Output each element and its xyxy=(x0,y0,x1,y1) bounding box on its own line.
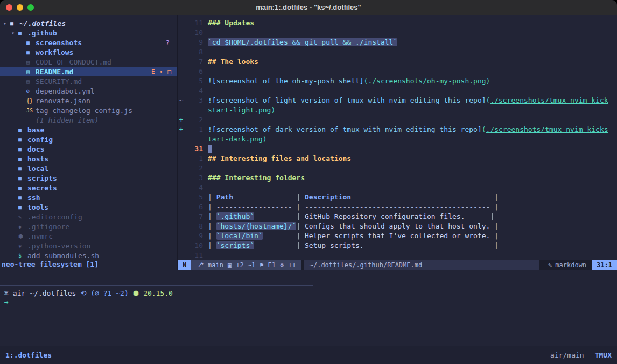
tree-item-tag-changelog-config[interactable]: JStag-changelog-config.js xyxy=(0,105,177,115)
editor-line[interactable]: 10 xyxy=(178,28,617,38)
tree-item-github[interactable]: ▾■.github xyxy=(0,28,177,38)
diagnostic-icon: ⚑ xyxy=(260,260,263,270)
editor-line[interactable]: +1![screenshot of dark version of tmux w… xyxy=(178,125,617,134)
tree-item-label: .nvmrc xyxy=(27,232,53,240)
line-number: 8 xyxy=(185,47,203,57)
line-number: 10 xyxy=(185,28,203,38)
editor-line[interactable]: 31 xyxy=(178,144,617,154)
file-icon: ▤ xyxy=(26,78,36,84)
tmux-pane-divider[interactable] xyxy=(0,285,313,286)
editor-line[interactable]: 3### Interesting folders xyxy=(178,173,617,183)
tree-item-nvmrc[interactable]: ⬢.nvmrc xyxy=(0,231,177,241)
editor-line[interactable]: 1## Interesting files and locations xyxy=(178,154,617,163)
line-text: `cd $HOME/.dotfiles && git pull && ./ins… xyxy=(208,38,397,47)
editor-line[interactable]: 11 xyxy=(178,251,617,260)
tree-item-label: secrets xyxy=(27,184,57,192)
prompt-arrow[interactable]: → xyxy=(0,298,617,308)
editor-line[interactable]: 7## The looks xyxy=(178,57,617,67)
tree-item-secrets[interactable]: ■secrets xyxy=(0,183,177,192)
text-segment: tart-dark.png xyxy=(208,135,263,143)
shell-pane[interactable]: ⌘ air ~/.dotfiles ⟲ (⌀ ?1 ~2) ⬢ 20.15.0 … xyxy=(0,270,617,346)
text-segment: | xyxy=(494,222,499,230)
text-segment: start-light.png xyxy=(208,106,271,114)
tmux-session-name: air/main xyxy=(550,351,584,359)
gutter-sign: ~ xyxy=(178,96,185,105)
editor-line[interactable]: 6| ------------------ | ----------------… xyxy=(178,202,617,212)
zoom-window-button[interactable] xyxy=(27,4,34,11)
text-segment: ![screenshot of the oh-my-posh shell] xyxy=(208,77,364,85)
editor-line[interactable]: 4 xyxy=(178,86,617,96)
tree-item-scripts[interactable]: ■scripts xyxy=(0,173,177,183)
titlebar[interactable]: main:1:.dotfiles - "ks~/.dotfiles" xyxy=(0,0,617,15)
editor-line[interactable]: 9| `local/bin` | Helper scripts that I'v… xyxy=(178,231,617,241)
editor-line[interactable]: 9`cd $HOME/.dotfiles && git pull && ./in… xyxy=(178,38,617,47)
gutter-sign xyxy=(178,57,185,67)
tree-item-hosts[interactable]: ■hosts xyxy=(0,154,177,163)
editor-line[interactable]: +2 xyxy=(178,115,617,125)
text-segment: | xyxy=(208,222,216,230)
tree-item-readme[interactable]: ▤README.mdE • □ xyxy=(0,67,177,76)
editor-line[interactable]: 7| `.github` | GitHub Repository configu… xyxy=(178,212,617,222)
editor-line[interactable]: tart-dark.png) xyxy=(178,134,617,144)
tree-item-hidden-items[interactable]: (1 hidden item) xyxy=(0,115,177,125)
text-segment: `hosts/{hostname}/` xyxy=(216,222,297,230)
git-icon: ⟲ xyxy=(80,289,86,297)
tree-item-gitignore[interactable]: ◆.gitignore xyxy=(0,222,177,231)
text-segment: ## Interesting files and locations xyxy=(208,154,351,162)
editor-line[interactable]: ~3![screenshot of light version of tmux … xyxy=(178,96,617,105)
minimize-window-button[interactable] xyxy=(17,4,23,11)
tree-item-security[interactable]: ▤SECURITY.md xyxy=(0,76,177,86)
gutter-sign xyxy=(178,105,185,115)
extra-flags: ++ xyxy=(288,260,296,270)
statusline: N ⎇ main ▣ +2 ~1 ⚑ E1 ⚙ ++ ~/.dotfiles/.… xyxy=(178,260,617,270)
tree-item-label: tools xyxy=(27,203,48,211)
line-number: 1 xyxy=(185,125,203,134)
tree-item-label: add-submodules.sh xyxy=(27,252,99,260)
text-segment xyxy=(254,241,296,249)
branch-icon: ⎇ xyxy=(196,260,204,270)
tree-item-config[interactable]: ■config xyxy=(0,134,177,144)
tmux-window-tab[interactable]: 1:.dotfiles xyxy=(5,351,52,359)
tree-item-workflows[interactable]: ■workflows xyxy=(0,47,177,57)
editor-line[interactable]: 11### Updates xyxy=(178,18,617,28)
tree-item-dependabot[interactable]: ⚙dependabot.yml xyxy=(0,86,177,96)
tree-item-local[interactable]: ■local xyxy=(0,163,177,173)
editor-line[interactable]: 5| Path | Description | xyxy=(178,192,617,202)
file-path: ~/.dotfiles/.github/README.md xyxy=(304,260,539,270)
gutter-sign xyxy=(178,76,185,86)
tree-item-tools[interactable]: ■tools xyxy=(0,202,177,212)
tree-item-screenshots[interactable]: ■screenshots? xyxy=(0,38,177,47)
tree-item-renovate[interactable]: {}renovate.json xyxy=(0,96,177,105)
editor-line[interactable]: 5![screenshot of the oh-my-posh shell](.… xyxy=(178,76,617,86)
line-text: ## The looks xyxy=(208,57,258,67)
shell-prompt: ⌘ air ~/.dotfiles ⟲ (⌀ ?1 ~2) ⬢ 20.15.0 xyxy=(0,288,617,298)
editor-line[interactable]: 4 xyxy=(178,183,617,192)
line-number: 4 xyxy=(185,86,203,96)
tree-item-python-version[interactable]: ✱.python-version xyxy=(0,241,177,251)
tree-item-base[interactable]: ■base xyxy=(0,125,177,134)
editor-line[interactable]: 2 xyxy=(178,163,617,173)
text-segment: ) xyxy=(486,77,490,85)
editor-buffer[interactable]: 11### Updates109`cd $HOME/.dotfiles && g… xyxy=(178,15,617,260)
line-text: start-light.png) xyxy=(208,105,275,115)
editor-line[interactable]: 10| `scripts` | Setup scripts. | xyxy=(178,241,617,251)
prompt-node-version: 20.15.0 xyxy=(143,289,173,297)
editor-line[interactable]: start-light.png) xyxy=(178,105,617,115)
tree-item-label: ssh xyxy=(27,194,40,202)
editor-line[interactable]: 6 xyxy=(178,67,617,76)
tree-item-ssh[interactable]: ■ssh xyxy=(0,192,177,202)
tree-item-label: workflows xyxy=(36,48,73,56)
gutter-sign: + xyxy=(178,125,185,134)
tree-item-label: docs xyxy=(27,145,44,153)
tree-item-editorconfig[interactable]: ✎.editorconfig xyxy=(0,212,177,222)
editor-line[interactable]: 8| `hosts/{hostname}/`| Configs that sho… xyxy=(178,222,617,231)
folder-icon: ■ xyxy=(18,146,27,152)
tree-item-docs[interactable]: ■docs xyxy=(0,144,177,154)
tree-item-dotfiles-root[interactable]: ▾■~/.dotfiles xyxy=(0,18,177,28)
tree-item-add-submodules[interactable]: $add-submodules.sh xyxy=(0,251,177,260)
tree-item-code-of-conduct[interactable]: ▤CODE_OF_CONDUCT.md xyxy=(0,57,177,67)
text-segment: `.github` xyxy=(216,212,254,220)
text-segment: GitHub Repository configuration files. xyxy=(305,212,465,220)
editor-line[interactable]: 8 xyxy=(178,47,617,57)
close-window-button[interactable] xyxy=(6,4,12,11)
